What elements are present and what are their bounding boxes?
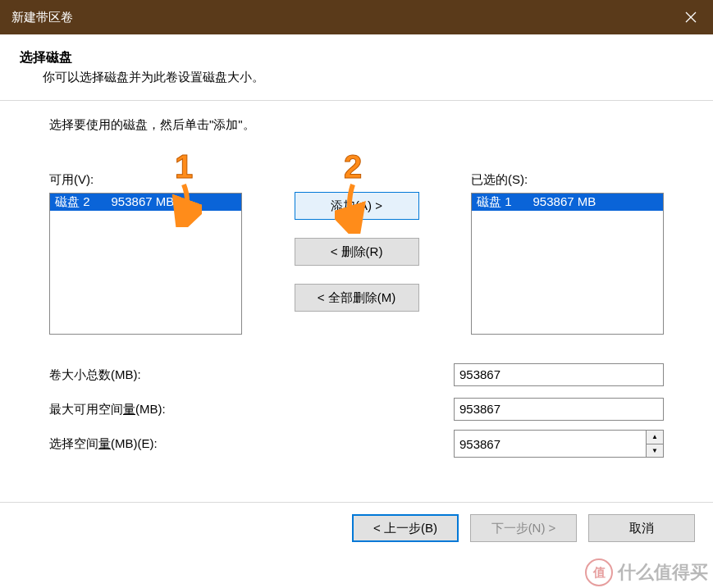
wizard-content: 选择要使用的磁盘，然后单击"添加"。 可用(V): 磁盘 2953867 MB … bbox=[0, 101, 713, 466]
watermark: 值 什么值得买 bbox=[585, 557, 713, 588]
titlebar: 新建带区卷 bbox=[0, 0, 713, 34]
instruction-text: 选择要使用的磁盘，然后单击"添加"。 bbox=[49, 117, 664, 133]
close-icon bbox=[685, 11, 697, 23]
selected-listbox[interactable]: 磁盘 1953867 MB bbox=[471, 193, 664, 335]
cancel-button[interactable]: 取消 bbox=[588, 514, 695, 542]
list-item[interactable]: 磁盘 1953867 MB bbox=[472, 194, 663, 211]
select-space-label: 选择空间量(MB)(E): bbox=[49, 436, 454, 452]
select-space-input[interactable] bbox=[454, 430, 646, 458]
list-item[interactable]: 磁盘 2953867 MB bbox=[50, 194, 241, 211]
available-column: 可用(V): 磁盘 2953867 MB bbox=[49, 172, 242, 335]
spinner-up[interactable]: ▲ bbox=[647, 431, 663, 444]
available-listbox[interactable]: 磁盘 2953867 MB bbox=[49, 193, 242, 335]
add-button[interactable]: 添加(A) > bbox=[295, 192, 419, 220]
spinner-down[interactable]: ▼ bbox=[647, 444, 663, 458]
page-subtitle: 你可以选择磁盘并为此卷设置磁盘大小。 bbox=[43, 70, 693, 85]
selected-column: 已选的(S): 磁盘 1953867 MB bbox=[471, 172, 664, 335]
remove-button[interactable]: < 删除(R) bbox=[295, 238, 419, 266]
wizard-header: 选择磁盘 你可以选择磁盘并为此卷设置磁盘大小。 bbox=[0, 34, 713, 100]
select-space-spinner[interactable]: ▲ ▼ bbox=[454, 430, 664, 458]
back-button[interactable]: < 上一步(B) bbox=[352, 514, 459, 542]
wizard-footer: < 上一步(B) 下一步(N) > 取消 bbox=[0, 503, 713, 542]
size-fields: 卷大小总数(MB): 953867 最大可用空间量(MB): 953867 选择… bbox=[49, 361, 664, 458]
watermark-text: 什么值得买 bbox=[618, 560, 708, 585]
max-space-label: 最大可用空间量(MB): bbox=[49, 402, 454, 417]
transfer-buttons: 添加(A) > < 删除(R) < 全部删除(M) bbox=[242, 172, 471, 312]
total-size-value: 953867 bbox=[454, 363, 664, 386]
window-title: 新建带区卷 bbox=[11, 10, 73, 25]
total-size-label: 卷大小总数(MB): bbox=[49, 367, 454, 383]
page-title: 选择磁盘 bbox=[20, 49, 693, 66]
remove-all-button[interactable]: < 全部删除(M) bbox=[295, 284, 419, 312]
watermark-logo: 值 bbox=[585, 558, 613, 586]
next-button: 下一步(N) > bbox=[470, 514, 577, 542]
selected-label: 已选的(S): bbox=[471, 172, 664, 188]
max-space-value: 953867 bbox=[454, 398, 664, 421]
close-button[interactable] bbox=[669, 0, 713, 34]
available-label: 可用(V): bbox=[49, 172, 242, 188]
